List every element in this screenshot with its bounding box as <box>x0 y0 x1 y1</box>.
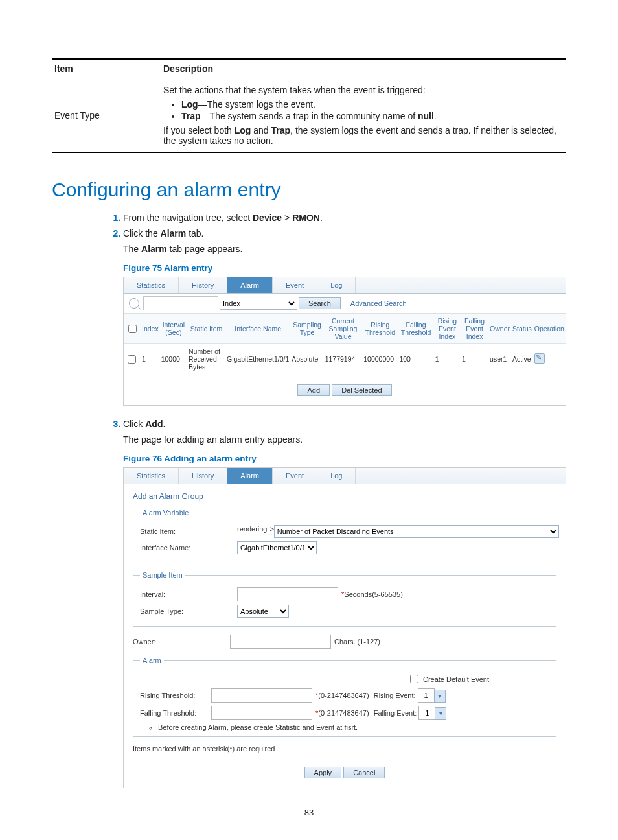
advanced-search-link[interactable]: Advanced Search <box>345 299 407 307</box>
th-ifname: Interface Name <box>225 314 290 344</box>
page-number: 83 <box>52 808 566 817</box>
sample-type-label: Sample Type: <box>140 607 237 615</box>
row-item: Event Type <box>52 78 161 153</box>
form-title: Add an Alarm Group <box>124 484 566 501</box>
tab-event[interactable]: Event <box>273 277 317 293</box>
step-1: From the navigation tree, select Device … <box>123 213 566 223</box>
th-desc: Description <box>161 59 566 78</box>
search-icon <box>129 298 139 309</box>
search-input[interactable] <box>143 296 218 310</box>
del-selected-button[interactable]: Del Selected <box>332 384 391 396</box>
th-status: Status <box>511 314 533 344</box>
step-2: Click the Alarm tab. The Alarm tab page … <box>123 228 566 406</box>
required-footnote: Items marked with an asterisk(*) are req… <box>133 745 556 752</box>
cell-falling: 100 <box>398 344 433 375</box>
figure-76-caption: Figure 76 Adding an alarm entry <box>123 454 566 463</box>
th-operation: Operation <box>533 314 566 344</box>
cell-owner: user1 <box>488 344 511 375</box>
cell-interval: 10000 <box>160 344 187 375</box>
cancel-button[interactable]: Cancel <box>343 767 385 778</box>
chevron-down-icon[interactable]: ▾ <box>434 690 446 703</box>
desc-intro: Set the actions that the system takes wh… <box>163 85 564 95</box>
search-bar: Index Search Advanced Search <box>124 294 566 314</box>
rising-event-input[interactable] <box>418 688 435 703</box>
interface-name-label: Interface Name: <box>140 544 237 552</box>
cell-ifname: GigabitEthernet1/0/1 <box>225 344 290 375</box>
row-checkbox[interactable] <box>128 355 136 364</box>
th-rising: Rising Threshold <box>362 314 398 344</box>
add-button[interactable]: Add <box>297 384 330 396</box>
desc-post: If you select both Log and Trap, the sys… <box>163 125 564 146</box>
tab-row-2: Statistics History Alarm Event Log <box>124 468 566 484</box>
alarm-table: Index Interval (Sec) Static Item Interfa… <box>124 314 566 375</box>
chevron-down-icon[interactable]: ▾ <box>435 707 446 720</box>
cell-rising: 10000000 <box>362 344 398 375</box>
cell-stype: Absolute <box>290 344 323 375</box>
step-3: Click Add. The page for adding an alarm … <box>123 419 566 788</box>
cell-status: Active <box>511 344 533 375</box>
figure-75-caption: Figure 75 Alarm entry <box>123 263 566 273</box>
create-default-event-label: Create Default Event <box>423 675 489 683</box>
apply-button[interactable]: Apply <box>304 767 342 778</box>
edit-icon[interactable] <box>534 353 545 364</box>
owner-input[interactable] <box>230 635 331 649</box>
search-button[interactable]: Search <box>299 298 341 309</box>
falling-range-hint: (0-2147483647) <box>318 709 369 717</box>
desc-bullet-log: Log—The system logs the event. <box>181 99 564 110</box>
falling-event-label: Falling Event: <box>374 709 417 717</box>
tab-event-2[interactable]: Event <box>273 468 317 484</box>
tab-statistics-2[interactable]: Statistics <box>124 468 179 484</box>
interval-label: Interval: <box>140 590 237 598</box>
desc-bullet-trap: Trap—The system sends a trap in the comm… <box>181 111 564 121</box>
falling-threshold-label: Falling Threshold: <box>140 709 211 717</box>
create-default-event-checkbox[interactable] <box>410 675 418 683</box>
rising-threshold-input[interactable] <box>211 688 312 703</box>
interval-hint: Seconds(5-65535) <box>344 590 403 598</box>
rising-range-hint: (0-2147483647) <box>318 692 369 699</box>
alarm-variable-group: Alarm Variable Static Item: rendering"> … <box>133 509 566 563</box>
cell-static: Number of Received Bytes <box>187 344 225 375</box>
rising-threshold-label: Rising Threshold: <box>140 692 211 699</box>
th-stype: Sampling Type <box>290 314 323 344</box>
alarm-group: Alarm Create Default Event Rising Thresh… <box>133 657 556 737</box>
definition-table: Item Description Event Type Set the acti… <box>52 58 566 153</box>
tab-history[interactable]: History <box>179 277 227 293</box>
select-all-checkbox[interactable] <box>128 325 137 333</box>
tab-log-2[interactable]: Log <box>317 468 356 484</box>
th-static: Static Item <box>187 314 225 344</box>
before-creating-note: Before creating Alarm, please create Sta… <box>158 723 549 731</box>
th-falling: Falling Threshold <box>398 314 433 344</box>
th-curval: Current Sampling Value <box>324 314 363 344</box>
tab-statistics[interactable]: Statistics <box>124 277 179 293</box>
sample-type-select[interactable]: Absolute <box>237 605 289 618</box>
static-item-label: Static Item: <box>140 528 237 535</box>
tab-log[interactable]: Log <box>317 277 356 293</box>
th-owner: Owner <box>488 314 511 344</box>
step-3-body: The page for adding an alarm entry appea… <box>123 434 566 445</box>
tab-history-2[interactable]: History <box>179 468 227 484</box>
figure-76-screenshot: Statistics History Alarm Event Log Add a… <box>123 467 566 788</box>
interface-name-select[interactable]: GigabitEthernet1/0/1 <box>237 541 317 554</box>
interval-input[interactable] <box>237 587 338 601</box>
cell-revent: 1 <box>434 344 461 375</box>
sample-item-legend: Sample Item <box>140 571 185 579</box>
search-field-select[interactable]: Index <box>220 297 297 310</box>
owner-label: Owner: <box>133 638 230 646</box>
figure-75-screenshot: Statistics History Alarm Event Log Index… <box>123 277 566 406</box>
section-heading: Configuring an alarm entry <box>52 179 566 201</box>
tab-alarm[interactable]: Alarm <box>227 277 273 293</box>
cell-fevent: 1 <box>461 344 488 375</box>
static-item-select[interactable]: Number of Packet Discarding Events <box>274 525 559 538</box>
table-row: 1 10000 Number of Received Bytes Gigabit… <box>124 344 566 375</box>
row-desc: Set the actions that the system takes wh… <box>161 78 566 153</box>
cell-curval: 11779194 <box>324 344 363 375</box>
th-revent: Rising Event Index <box>434 314 461 344</box>
falling-event-input[interactable] <box>418 706 435 720</box>
falling-threshold-input[interactable] <box>211 706 312 720</box>
tab-alarm-2[interactable]: Alarm <box>227 468 273 484</box>
owner-hint: Chars. (1-127) <box>334 638 380 646</box>
cell-index: 1 <box>141 344 160 375</box>
step-2-body: The Alarm tab page appears. <box>123 244 566 254</box>
th-fevent: Falling Event Index <box>461 314 488 344</box>
alarm-legend: Alarm <box>140 657 164 664</box>
